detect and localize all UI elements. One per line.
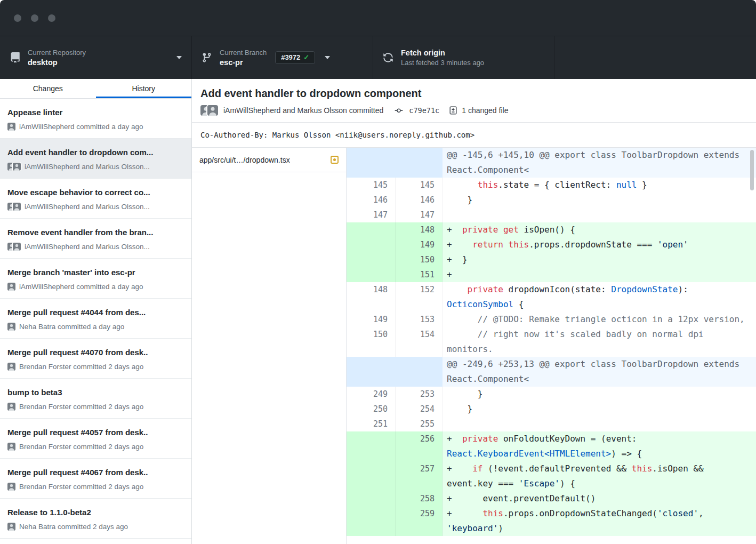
zoom-window-icon[interactable] — [48, 14, 55, 22]
commit-item-byline: iAmWillShepherd committed a day ago — [19, 282, 143, 291]
diff-new-line-number: 256 — [396, 431, 443, 461]
diff-row: 251 255 — [347, 417, 756, 431]
diff-old-line-number — [347, 431, 396, 461]
diff-code-line[interactable]: + private get isOpen() { — [443, 222, 756, 237]
tab-history[interactable]: History — [96, 79, 192, 98]
commit-item-byline: Brendan Forster committed 2 days ago — [19, 442, 143, 451]
diff-row: 145 145 this.state = { clientRect: null … — [347, 178, 756, 193]
commit-description: Co-Authored-By: Markus Olsson <niik@user… — [192, 122, 756, 147]
diff-new-line-number: 153 — [396, 312, 443, 327]
diff-code-line[interactable]: // right now it's scaled badly on normal… — [443, 327, 756, 357]
commit-item-title: Remove event handler from the bran... — [7, 227, 184, 238]
changed-file-icon — [449, 106, 457, 115]
diff-row: 256 + private onFoldoutKeyDown = (event:… — [347, 431, 756, 461]
diff-code-line[interactable]: } — [443, 387, 756, 402]
diff-code-line[interactable]: @@ -145,6 +145,10 @@ export class Toolba… — [443, 148, 756, 178]
history-commit-item[interactable]: Remove event handler from the bran... iA… — [0, 219, 191, 259]
sidebar-tabs: ChangesHistory — [0, 79, 191, 99]
diff-code-line[interactable]: + } — [443, 252, 756, 267]
diff-row: 249 253 } — [347, 387, 756, 402]
commit-item-title: bump to beta3 — [7, 387, 184, 398]
commit-item-avatars — [7, 403, 15, 411]
diff-row: 147 147 — [347, 207, 756, 222]
diff-new-line-number: 254 — [396, 402, 443, 417]
diff-code-line[interactable]: } — [443, 193, 756, 207]
app-window: Current Repository desktop Current Branc… — [0, 0, 756, 544]
diff-old-line-number — [347, 237, 396, 252]
diff-code-line[interactable]: + return this.props.dropdownState === 'o… — [443, 237, 756, 252]
diff-new-line-number: 152 — [396, 282, 443, 312]
close-window-icon[interactable] — [14, 14, 21, 22]
commit-title: Add event handler to dropdown component — [200, 86, 747, 100]
scrollbar-thumb[interactable] — [750, 150, 754, 190]
diff-new-line-number: 145 — [396, 178, 443, 193]
diff-old-line-number: 250 — [347, 402, 396, 417]
diff-code-line[interactable]: + private onFoldoutKeyDown = (event: Rea… — [443, 431, 756, 461]
avatar — [7, 443, 15, 451]
diff-old-line-number — [347, 148, 396, 178]
commit-item-title: Merge pull request #4067 from desk.. — [7, 467, 184, 478]
diff-code-line[interactable]: private dropdownIcon(state: DropdownStat… — [443, 282, 756, 312]
diff-row: 150 + } — [347, 252, 756, 267]
history-commit-item[interactable]: bump to beta3 Brendan Forster committed … — [0, 379, 191, 419]
diff-old-line-number: 149 — [347, 312, 396, 327]
chevron-down-icon — [325, 56, 330, 59]
avatar — [207, 105, 218, 116]
committer-avatars — [200, 105, 218, 116]
commit-meta: iAmWillShepherd and Markus Olsson commit… — [200, 105, 747, 116]
diff-code-line[interactable]: + event.preventDefault() — [443, 491, 756, 506]
branch-switcher-button[interactable]: Current Branch esc-pr #3972 — [192, 36, 373, 79]
tab-changes[interactable]: Changes — [0, 79, 96, 98]
diff-new-line-number: 154 — [396, 327, 443, 357]
diff-code-line[interactable] — [443, 207, 756, 222]
diff-old-line-number — [347, 267, 396, 282]
diff-code-line[interactable]: + if (!event.defaultPrevented && this.is… — [443, 461, 756, 491]
diff-old-line-number: 150 — [347, 327, 396, 357]
minimize-window-icon[interactable] — [31, 14, 38, 22]
diff-new-line-number: 147 — [396, 207, 443, 222]
history-commit-item[interactable]: Merge pull request #4070 from desk.. Bre… — [0, 339, 191, 379]
repo-icon — [10, 52, 20, 63]
fetch-origin-button[interactable]: Fetch origin Last fetched 3 minutes ago — [373, 36, 554, 79]
history-commit-item[interactable]: Merge pull request #4057 from desk.. Bre… — [0, 419, 191, 459]
history-commit-item[interactable]: Add event handler to dropdown com... iAm… — [0, 139, 191, 179]
diff-new-line-number: 149 — [396, 237, 443, 252]
toolbar: Current Repository desktop Current Branc… — [0, 36, 756, 79]
avatar — [13, 243, 21, 251]
diff-code-line[interactable]: // @TODO: Remake triangle octicon in a 1… — [443, 312, 756, 327]
commit-item-title: Release to 1.1.0-beta2 — [7, 507, 184, 518]
diff-row: 258 + event.preventDefault() — [347, 491, 756, 506]
history-commit-item[interactable]: Merge branch 'master' into esc-pr iAmWil… — [0, 259, 191, 299]
diff-old-line-number — [347, 252, 396, 267]
diff-code-line[interactable]: + this.props.onDropdownStateChanged('clo… — [443, 506, 756, 536]
diff-code-line[interactable]: this.state = { clientRect: null } — [443, 178, 756, 193]
history-commit-item[interactable]: Release to 1.1.0-beta2 Neha Batra commit… — [0, 499, 191, 539]
diff-code-line[interactable]: } — [443, 402, 756, 417]
avatar — [7, 483, 15, 491]
fetch-subtitle: Last fetched 3 minutes ago — [401, 59, 484, 67]
diff-row: 148 152 private dropdownIcon(state: Drop… — [347, 282, 756, 312]
diff-code-line[interactable]: + — [443, 267, 756, 282]
commit-item-title: Merge pull request #4070 from desk.. — [7, 347, 184, 358]
main-panel: Add event handler to dropdown component … — [192, 79, 756, 544]
commit-item-byline: Neha Batra committed a day ago — [19, 322, 124, 331]
history-commit-item[interactable]: Merge pull request #4044 from des... Neh… — [0, 299, 191, 339]
history-commit-item[interactable]: Move escape behavior to correct co... iA… — [0, 179, 191, 219]
diff-new-line-number: 150 — [396, 252, 443, 267]
diff-row: 149 + return this.props.dropdownState ==… — [347, 237, 756, 252]
commit-item-avatars — [7, 243, 21, 251]
history-commit-item[interactable]: Merge pull request #4067 from desk.. Bre… — [0, 459, 191, 499]
history-commit-item[interactable]: Appease linter iAmWillShepherd committed… — [0, 99, 191, 139]
commit-item-avatars — [7, 203, 21, 211]
file-row[interactable]: app/src/ui/t…/dropdown.tsx — [192, 148, 346, 172]
commit-item-title: Merge branch 'master' into esc-pr — [7, 267, 184, 278]
diff-row: 149 153 // @TODO: Remake triangle octico… — [347, 312, 756, 327]
commit-item-title: Appease linter — [7, 107, 184, 118]
history-commit-item[interactable]: Merge pull request #4059 from desk.. — [0, 539, 191, 544]
avatar — [7, 123, 15, 131]
diff-row: 257 + if (!event.defaultPrevented && thi… — [347, 461, 756, 491]
repository-switcher-button[interactable]: Current Repository desktop — [0, 36, 192, 79]
diff-code-line[interactable]: @@ -249,6 +253,13 @@ export class Toolba… — [443, 357, 756, 387]
modified-file-icon — [331, 156, 339, 164]
diff-code-line[interactable] — [443, 417, 756, 431]
